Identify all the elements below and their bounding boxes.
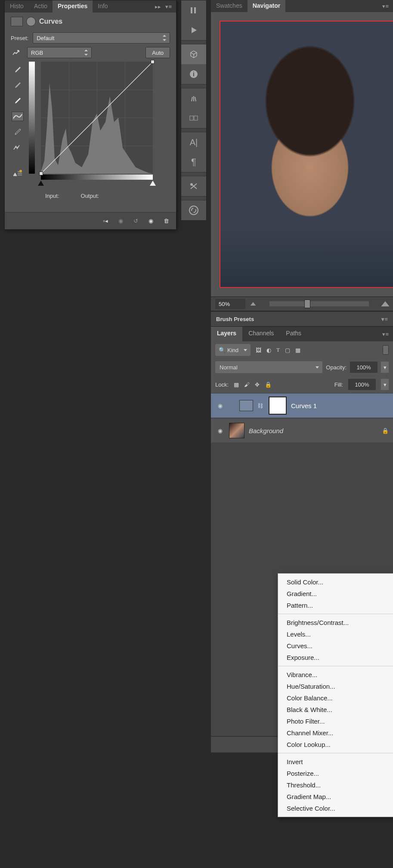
layer-curves[interactable]: ◉ ⛓ Curves 1 [211,393,393,418]
auto-button[interactable]: Auto [145,47,170,58]
clip-icon[interactable] [12,169,24,178]
tab-channels[interactable]: Channels [242,327,280,341]
curve-point-black[interactable] [39,172,43,175]
menu-threshold[interactable]: Threshold... [278,779,393,791]
black-slider[interactable] [38,181,44,186]
dock-character-icon[interactable]: A| [181,132,206,152]
curves-graph[interactable] [41,62,153,174]
navigator-menu-icon[interactable]: ▾≡ [378,0,393,12]
menu-invert[interactable]: Invert [278,756,393,768]
lock-position-icon[interactable]: ✥ [255,381,260,388]
view-previous-icon[interactable]: ◉ [118,218,123,224]
filter-type-icon[interactable]: T [276,347,280,353]
menu-color-balance[interactable]: Color Balance... [278,692,393,704]
clip-to-layer-icon[interactable]: ▫◂ [103,218,108,224]
menu-curves[interactable]: Curves... [278,640,393,652]
dock-cc-icon[interactable] [181,200,206,220]
menu-vibrance[interactable]: Vibrance... [278,669,393,681]
zoom-slider[interactable] [269,301,369,306]
mask-thumbnail[interactable] [269,397,287,415]
adjustment-type-icon[interactable] [11,17,23,26]
menu-gradient-map[interactable]: Gradient Map... [278,791,393,802]
menu-solid-color[interactable]: Solid Color... [278,576,393,588]
smooth-icon[interactable] [12,143,24,152]
menu-photo-filter[interactable]: Photo Filter... [278,715,393,727]
curve-point-white[interactable] [151,60,155,64]
layer-name[interactable]: Background [249,427,378,434]
collapse-icon[interactable]: ▸▸ [155,3,161,10]
brush-menu-icon[interactable]: ▾≡ [381,316,388,322]
dock-paragraph-icon[interactable]: ¶ [181,152,206,172]
filter-kind-dropdown[interactable]: 🔍 Kind [215,344,251,356]
tab-navigator[interactable]: Navigator [248,0,286,12]
tab-history[interactable]: Histo [5,0,29,12]
menu-hue-saturation[interactable]: Hue/Saturation... [278,681,393,692]
panel-menu-icon[interactable]: ▾≡ [165,3,172,10]
dock-play-icon[interactable] [181,20,206,40]
eyedropper-black-icon[interactable] [12,65,24,75]
visibility-icon[interactable]: ◉ [215,428,225,434]
filter-shape-icon[interactable]: ▢ [285,347,290,353]
layer-thumbnail[interactable] [229,423,244,438]
input-sliders[interactable] [41,181,153,187]
white-slider[interactable] [150,181,156,186]
tab-properties[interactable]: Properties [53,0,93,12]
zoom-in-icon[interactable] [381,301,389,306]
visibility-icon[interactable]: ◉ [215,403,225,409]
dock-tools-icon[interactable] [181,176,206,196]
link-icon[interactable]: ⛓ [257,403,264,409]
trash-icon[interactable]: 🗑 [164,218,169,224]
zoom-out-icon[interactable] [251,302,256,306]
eyedropper-white-icon[interactable] [12,96,24,106]
dock-3d-icon[interactable] [181,44,206,64]
hand-icon[interactable] [11,48,23,57]
opacity-input[interactable]: 100% [350,362,378,373]
menu-levels[interactable]: Levels... [278,628,393,640]
dock-info-icon[interactable]: i [181,64,206,84]
dock-icon-1[interactable] [181,0,206,20]
layer-background[interactable]: ◉ Background 🔒 [211,418,393,443]
layers-menu-icon[interactable]: ▾≡ [378,327,393,341]
channel-dropdown[interactable]: RGB [27,47,92,58]
adjustment-icon[interactable] [239,400,253,411]
filter-toggle[interactable] [383,345,389,355]
opacity-dropdown-icon[interactable]: ▾ [381,362,389,373]
menu-color-lookup[interactable]: Color Lookup... [278,739,393,750]
toggle-visibility-icon[interactable]: ◉ [149,218,153,224]
navigator-view[interactable] [220,21,393,288]
menu-black-white[interactable]: Black & White... [278,704,393,715]
tab-actions[interactable]: Actio [29,0,53,12]
menu-selective-color[interactable]: Selective Color... [278,802,393,814]
menu-gradient[interactable]: Gradient... [278,588,393,599]
menu-brightness-contrast[interactable]: Brightness/Contrast... [278,617,393,628]
blend-mode-dropdown[interactable]: Normal [215,361,322,373]
filter-adjust-icon[interactable]: ◐ [266,347,271,353]
dock-clone-icon[interactable] [181,108,206,128]
filter-smart-icon[interactable]: ▦ [295,347,300,353]
reset-icon[interactable]: ↺ [133,218,138,224]
dock-brushes-icon[interactable] [181,88,206,108]
zoom-handle[interactable] [304,300,310,308]
menu-channel-mixer[interactable]: Channel Mixer... [278,727,393,739]
tab-info[interactable]: Info [93,0,113,12]
tab-swatches[interactable]: Swatches [211,0,248,12]
pencil-tool-icon[interactable] [12,127,24,137]
eyedropper-gray-icon[interactable] [12,81,24,90]
mask-icon[interactable] [26,17,36,26]
filter-pixel-icon[interactable]: 🖼 [256,347,261,353]
curve-line[interactable] [41,62,153,174]
tab-paths[interactable]: Paths [280,327,307,341]
fill-input[interactable]: 100% [348,379,376,390]
lock-pixels-icon[interactable]: 🖌 [244,381,250,388]
lock-all-icon[interactable]: 🔒 [265,381,272,388]
curve-tool-icon[interactable] [12,112,24,121]
zoom-input[interactable]: 50% [215,299,245,309]
tab-layers[interactable]: Layers [211,327,242,341]
menu-posterize[interactable]: Posterize... [278,768,393,779]
lock-transparent-icon[interactable]: ▩ [234,381,239,388]
fill-dropdown-icon[interactable]: ▾ [381,379,389,390]
layer-name[interactable]: Curves 1 [291,402,389,409]
menu-pattern[interactable]: Pattern... [278,599,393,611]
preset-dropdown[interactable]: Default [33,32,170,44]
brush-presets-header[interactable]: Brush Presets ▾≡ [211,311,393,327]
